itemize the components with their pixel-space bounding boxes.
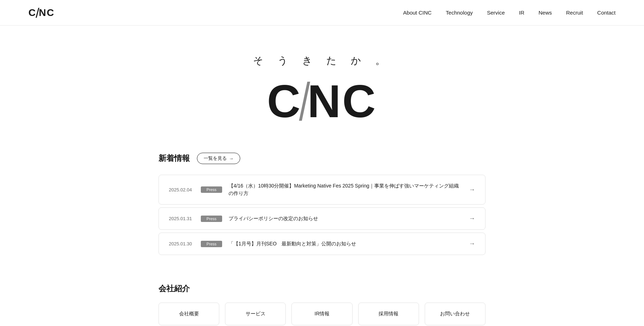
view-all-label: 一覧を見る xyxy=(204,155,227,162)
news-item[interactable]: 2025.01.30Press「【1月号】月刊SEO 最新動向と対策」公開のお知… xyxy=(159,233,485,255)
logo[interactable]: C NC xyxy=(28,7,55,18)
news-tag: Press xyxy=(201,186,222,193)
news-section-header: 新着情報 一覧を見る → xyxy=(159,153,485,164)
company-card[interactable]: 採用情報 xyxy=(358,303,419,325)
company-card[interactable]: IR情報 xyxy=(291,303,352,325)
company-section: 会社紹介 会社概要サービスIR情報採用情報お問い合わせ xyxy=(144,276,500,326)
news-date: 2025.01.30 xyxy=(169,241,201,246)
main-nav: About CINC Technology Service IR News Re… xyxy=(403,10,616,16)
news-arrow-icon: → xyxy=(469,215,475,222)
view-all-button[interactable]: 一覧を見る → xyxy=(197,153,240,164)
logo-nc: NC xyxy=(39,7,54,18)
nav-ir[interactable]: IR xyxy=(519,10,524,16)
news-tag: Press xyxy=(201,216,222,222)
news-date: 2025.02.04 xyxy=(169,187,201,192)
company-card[interactable]: 会社概要 xyxy=(159,303,219,325)
hero-tagline: そ う き た か 。 xyxy=(253,54,391,67)
hero-logo-text: C NC xyxy=(267,78,377,124)
nav-about[interactable]: About CINC xyxy=(403,10,431,16)
news-date: 2025.01.31 xyxy=(169,216,201,221)
hero-logo-nc: NC xyxy=(307,78,377,124)
hero-section: そ う き た か 。 C NC xyxy=(0,26,644,146)
hero-logo-c: C xyxy=(267,78,302,124)
news-tag: Press xyxy=(201,241,222,247)
news-list: 2025.02.04Press【4/16（水）10時30分開催】Marketin… xyxy=(159,175,485,255)
company-cards: 会社概要サービスIR情報採用情報お問い合わせ xyxy=(159,303,485,325)
news-item[interactable]: 2025.02.04Press【4/16（水）10時30分開催】Marketin… xyxy=(159,175,485,205)
arrow-right-icon: → xyxy=(229,156,234,161)
news-item[interactable]: 2025.01.31Pressプライバシーポリシーの改定のお知らせ→ xyxy=(159,207,485,230)
logo-c: C xyxy=(28,7,36,18)
nav-technology[interactable]: Technology xyxy=(446,10,473,16)
nav-contact[interactable]: Contact xyxy=(597,10,616,16)
site-header: C NC About CINC Technology Service IR Ne… xyxy=(0,0,644,26)
news-section: 新着情報 一覧を見る → 2025.02.04Press【4/16（水）10時3… xyxy=(144,146,500,276)
hero-logo: C NC xyxy=(267,78,377,124)
company-card[interactable]: お問い合わせ xyxy=(425,303,485,325)
company-card[interactable]: サービス xyxy=(225,303,286,325)
news-title: プライバシーポリシーの改定のお知らせ xyxy=(229,215,463,222)
news-arrow-icon: → xyxy=(469,240,475,248)
news-arrow-icon: → xyxy=(469,186,475,194)
news-title: 【4/16（水）10時30分開催】Marketing Native Fes 20… xyxy=(229,182,463,197)
nav-recruit[interactable]: Recruit xyxy=(566,10,583,16)
news-section-title: 新着情報 xyxy=(159,153,190,164)
news-title: 「【1月号】月刊SEO 最新動向と対策」公開のお知らせ xyxy=(229,240,463,248)
nav-service[interactable]: Service xyxy=(487,10,505,16)
company-section-title: 会社紹介 xyxy=(159,283,485,294)
nav-news[interactable]: News xyxy=(538,10,552,16)
